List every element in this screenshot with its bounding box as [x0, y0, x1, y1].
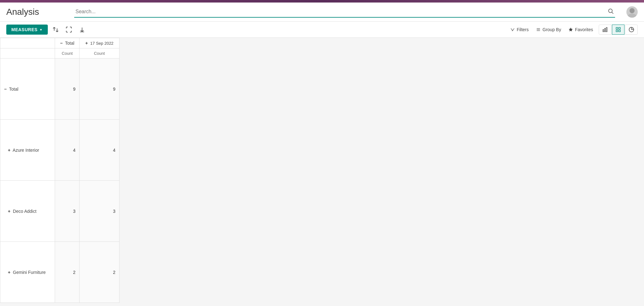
avatar[interactable] — [626, 6, 638, 18]
top-bar — [0, 0, 644, 3]
row-deco-header: + Deco Addict — [0, 181, 55, 242]
total-count-cell-2: 9 — [80, 59, 119, 120]
group-by-label: Group By — [542, 27, 561, 32]
count-header-1: Count — [55, 48, 80, 59]
count-corner — [0, 48, 55, 59]
row-total-label: Total — [9, 87, 19, 92]
filters-button[interactable]: Filters — [507, 25, 532, 34]
col-date-label: 17 Sep 2022 — [90, 41, 114, 46]
svg-line-1 — [612, 12, 613, 14]
bar-chart-view-button[interactable] — [599, 25, 611, 35]
gemini-count-cell-2: 2 — [80, 242, 119, 303]
svg-rect-11 — [619, 27, 620, 29]
download-button[interactable] — [77, 24, 87, 35]
page-title: Analysis — [6, 7, 63, 17]
pie-chart-view-button[interactable] — [625, 25, 638, 35]
header: Analysis — [0, 3, 644, 22]
row-gemini-label: Gemini Furniture — [13, 270, 46, 275]
toolbar: MEASURES ▼ Filters Group By Fa — [0, 22, 644, 38]
table-row: − Total 9 9 — [0, 59, 119, 120]
view-toggle — [599, 25, 638, 35]
svg-rect-10 — [616, 27, 618, 29]
gemini-count-cell: 2 — [55, 242, 80, 303]
search-area — [74, 7, 615, 18]
table-row: + Gemini Furniture 2 2 — [0, 242, 119, 303]
measures-button[interactable]: MEASURES ▼ — [6, 25, 48, 35]
row-azure-header: + Azure Interior — [0, 120, 55, 181]
row-azure-label: Azure Interior — [13, 148, 39, 153]
azure-count-cell-2: 4 — [80, 120, 119, 181]
pivot-table: − Total + 17 Sep 2022 Count Count − Tota… — [0, 38, 119, 303]
row-gemini-header: + Gemini Furniture — [0, 242, 55, 303]
favorites-label: Favorites — [575, 27, 593, 32]
azure-count-cell: 4 — [55, 120, 80, 181]
search-button[interactable] — [606, 7, 615, 17]
favorites-button[interactable]: Favorites — [565, 25, 596, 34]
svg-rect-9 — [606, 27, 607, 32]
measures-label: MEASURES — [11, 27, 37, 32]
row-deco-label: Deco Addict — [13, 209, 36, 214]
measures-arrow: ▼ — [39, 28, 42, 31]
col-total-label: Total — [65, 41, 75, 46]
svg-rect-7 — [603, 30, 604, 32]
expand-deco-button[interactable]: + — [8, 209, 12, 214]
grid-view-button[interactable] — [612, 25, 625, 35]
expand-date-col-button[interactable]: + — [85, 41, 89, 46]
search-input[interactable] — [74, 7, 606, 16]
expand-azure-button[interactable]: + — [8, 148, 12, 153]
corner-cell — [0, 38, 55, 48]
collapse-total-col-button[interactable]: − — [60, 41, 64, 46]
deco-count-cell: 3 — [55, 181, 80, 242]
swap-button[interactable] — [50, 24, 61, 35]
collapse-total-row-button[interactable]: − — [4, 87, 8, 92]
svg-point-3 — [628, 14, 636, 18]
group-by-button[interactable]: Group By — [533, 25, 564, 34]
table-row: + Azure Interior 4 4 — [0, 120, 119, 181]
svg-rect-12 — [616, 30, 618, 32]
col-header-total: − Total — [55, 38, 80, 48]
total-count-cell: 9 — [55, 59, 80, 120]
content-spacer — [119, 38, 644, 303]
count-header-2: Count — [80, 48, 119, 59]
expand-button[interactable] — [64, 24, 74, 35]
table-row: + Deco Addict 3 3 — [0, 181, 119, 242]
main-content: − Total + 17 Sep 2022 Count Count − Tota… — [0, 38, 644, 303]
svg-rect-8 — [605, 28, 606, 32]
expand-gemini-button[interactable]: + — [8, 270, 12, 275]
col-header-date: + 17 Sep 2022 — [80, 38, 119, 48]
filter-actions: Filters Group By Favorites — [507, 25, 596, 34]
deco-count-cell-2: 3 — [80, 181, 119, 242]
filters-label: Filters — [517, 27, 529, 32]
svg-point-2 — [630, 8, 635, 13]
svg-rect-13 — [619, 30, 620, 32]
svg-point-0 — [608, 9, 612, 13]
row-total-header: − Total — [0, 59, 55, 120]
